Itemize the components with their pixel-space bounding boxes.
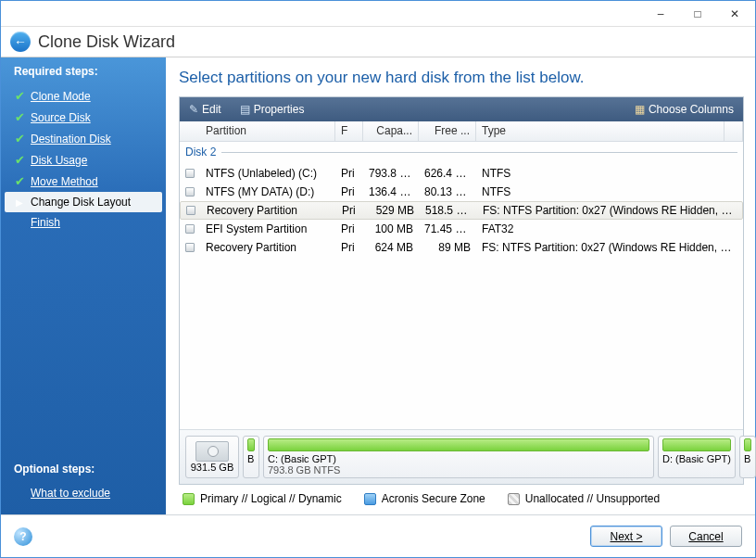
close-button[interactable]: ✕: [716, 3, 753, 25]
footer: ? Next > Cancel: [1, 514, 755, 557]
partition-icon: [180, 169, 200, 178]
col-partition[interactable]: Partition: [200, 121, 335, 141]
disk-map-part[interactable]: D: (Basic GPT): [658, 436, 736, 478]
partition-row[interactable]: NTFS (Unlabeled) (C:)Pri793.8 GB626.4 GB…: [180, 164, 743, 183]
cell-flag: Pri: [335, 167, 363, 180]
cell-free: 71.45 MB: [419, 222, 476, 235]
columns-icon: [635, 103, 645, 116]
required-steps-list: ✔Clone Mode✔Source Disk✔Destination Disk…: [1, 85, 166, 233]
legend: Primary // Logical // Dynamic Acronis Se…: [179, 485, 744, 507]
hard-disk-icon: [195, 441, 229, 462]
required-steps-heading: Required steps:: [1, 57, 166, 85]
sidebar-step: ▶Change Disk Layout: [5, 192, 162, 212]
disk-map-part[interactable]: B...: [243, 436, 259, 478]
wizard-body: Required steps: ✔Clone Mode✔Source Disk✔…: [1, 57, 755, 514]
usage-bar: [268, 438, 649, 451]
swatch-green-icon: [183, 493, 195, 505]
disk-map-part[interactable]: B...: [739, 436, 756, 478]
check-icon: ✔: [14, 174, 25, 188]
partition-icon: [180, 187, 200, 197]
disk-size-label: 931.5 GB: [191, 462, 233, 473]
disk-map: 931.5 GB B...C: (Basic GPT)793.8 GB NTFS…: [180, 429, 743, 484]
wizard-window: – □ ✕ ← Clone Disk Wizard Required steps…: [0, 0, 756, 558]
cell-name: Recovery Partition: [201, 204, 336, 217]
cell-free: 80.13 GB: [419, 185, 476, 198]
cell-flag: Pri: [335, 241, 363, 254]
cell-name: NTFS (MY DATA) (D:): [200, 185, 335, 198]
cancel-button[interactable]: Cancel: [670, 526, 742, 547]
disk-group-label: Disk 2: [180, 142, 743, 160]
cell-flag: Pri: [336, 204, 364, 217]
cell-cap: 793.8 GB: [363, 167, 419, 180]
cell-type: FAT32: [476, 222, 739, 235]
col-icon[interactable]: [180, 121, 200, 141]
minimize-button[interactable]: –: [642, 3, 679, 25]
col-flags[interactable]: F: [335, 121, 363, 141]
partition-row[interactable]: NTFS (MY DATA) (D:)Pri136.4 GB80.13 GBNT…: [180, 183, 743, 201]
sidebar-step[interactable]: ✔Disk Usage: [1, 149, 166, 171]
partition-rows: NTFS (Unlabeled) (C:)Pri793.8 GB626.4 GB…: [180, 160, 743, 260]
usage-bar: [247, 438, 255, 451]
step-label: Destination Disk: [31, 133, 111, 146]
step-label: Disk Usage: [31, 154, 87, 167]
cell-type: FS: NTFS Partition: 0x27 (Windows RE Hid…: [476, 241, 739, 254]
cell-name: Recovery Partition: [200, 241, 335, 254]
grid-body: Disk 2 NTFS (Unlabeled) (C:)Pri793.8 GB6…: [180, 142, 743, 429]
cell-name: NTFS (Unlabeled) (C:): [200, 167, 335, 180]
disk-map-part[interactable]: C: (Basic GPT)793.8 GB NTFS: [263, 436, 654, 478]
cell-type: NTFS: [476, 167, 739, 180]
swatch-hatch-icon: [508, 493, 520, 505]
maximize-button[interactable]: □: [679, 3, 716, 25]
part-name: D: (Basic GPT): [662, 453, 731, 464]
titlebar: – □ ✕: [1, 1, 755, 27]
cell-cap: 100 MB: [363, 222, 419, 235]
disk-map-parts: B...C: (Basic GPT)793.8 GB NTFSD: (Basic…: [243, 436, 737, 478]
col-type[interactable]: Type: [476, 121, 724, 141]
help-button[interactable]: ?: [14, 527, 32, 546]
cell-name: EFI System Partition: [200, 222, 335, 235]
step-label: Clone Mode: [31, 90, 91, 103]
cell-type: NTFS: [476, 185, 739, 198]
col-extra[interactable]: [724, 121, 743, 141]
properties-icon: [240, 103, 250, 116]
cell-cap: 136.4 GB: [363, 185, 419, 198]
sidebar-step[interactable]: ✔Destination Disk: [1, 128, 166, 149]
usage-bar: [662, 438, 731, 451]
sidebar-step[interactable]: ✔Source Disk: [1, 107, 166, 128]
edit-button[interactable]: Edit: [180, 97, 231, 121]
sidebar-optional-step[interactable]: What to exclude: [1, 483, 166, 503]
legend-acronis-label: Acronis Secure Zone: [382, 492, 485, 505]
step-label: Finish: [31, 216, 60, 229]
col-free[interactable]: Free ...: [419, 121, 476, 141]
choose-columns-button[interactable]: Choose Columns: [625, 97, 743, 121]
col-capacity[interactable]: Capa...: [363, 121, 419, 141]
panel-toolbar: Edit Properties Choose Columns: [180, 97, 743, 121]
choose-columns-label: Choose Columns: [649, 103, 734, 116]
next-button[interactable]: Next >: [590, 526, 662, 547]
partition-icon: [181, 206, 201, 215]
disk-summary[interactable]: 931.5 GB: [185, 436, 239, 478]
partition-row[interactable]: Recovery PartitionPri624 MB89 MBFS: NTFS…: [180, 238, 743, 257]
cell-flag: Pri: [335, 185, 363, 198]
legend-primary: Primary // Logical // Dynamic: [183, 492, 342, 505]
divider: [221, 152, 737, 153]
usage-bar: [744, 438, 751, 451]
content-area: Select partitions on your new hard disk …: [166, 57, 755, 514]
check-icon: ✔: [14, 132, 25, 146]
step-label: Change Disk Layout: [31, 196, 131, 209]
optional-section: Optional steps: What to exclude: [1, 455, 166, 514]
cell-free: 626.4 GB: [419, 167, 476, 180]
disk-label-text: Disk 2: [185, 146, 216, 159]
cell-cap: 624 MB: [363, 241, 419, 254]
back-button[interactable]: ←: [10, 32, 31, 52]
part-name: B...: [247, 453, 255, 464]
properties-button[interactable]: Properties: [231, 97, 314, 121]
sidebar-step[interactable]: ✔Clone Mode: [1, 85, 166, 107]
instruction-text: Select partitions on your new hard disk …: [179, 69, 744, 87]
wizard-header: ← Clone Disk Wizard: [1, 27, 755, 57]
sidebar-step[interactable]: Finish: [1, 212, 166, 233]
partition-row[interactable]: EFI System PartitionPri100 MB71.45 MBFAT…: [180, 220, 743, 238]
partition-row[interactable]: Recovery PartitionPri529 MB518.5 MBFS: N…: [180, 201, 743, 220]
sidebar-step[interactable]: ✔Move Method: [1, 171, 166, 192]
legend-unallocated: Unallocated // Unsupported: [508, 492, 660, 505]
